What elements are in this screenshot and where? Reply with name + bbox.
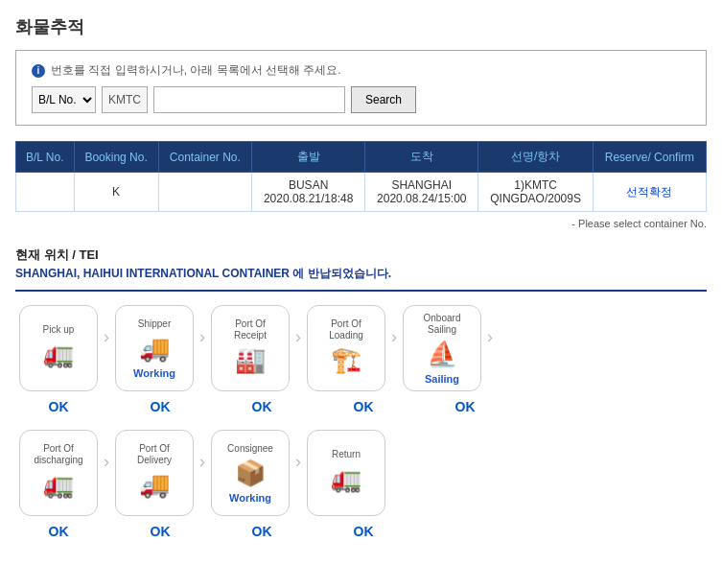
step-delivery: Port OfDelivery 🚚 [111, 430, 198, 516]
arrow-2: › [198, 327, 207, 347]
location-address: SHANGHAI, HAIHUI INTERNATIONAL CONTAINER… [15, 266, 707, 282]
pickup-icon: 🚛 [43, 340, 74, 369]
flow-row-2: Port Ofdischarging 🚛 › Port OfDelivery 🚚… [15, 430, 707, 516]
cell-vessel: 1)KMTC QINGDAO/2009S [478, 173, 594, 212]
ok-onboard: OK [422, 399, 508, 414]
arrow-3: › [293, 327, 303, 347]
step-discharging: Port Ofdischarging 🚛 [15, 430, 102, 516]
table-note: - Please select container No. [15, 216, 707, 231]
step-consignee: Consignee 📦 Working [207, 430, 293, 516]
pickup-label: Pick up [43, 324, 75, 336]
arrow-8: › [293, 452, 303, 472]
cell-booking-no: K [74, 173, 158, 212]
page-title: 화물추적 [15, 15, 707, 38]
ok-port-loading: OK [320, 399, 407, 414]
ok-port-receipt: OK [219, 399, 305, 414]
port-loading-label: Port OfLoading [329, 318, 363, 341]
search-input[interactable] [153, 86, 345, 113]
arrow-1: › [102, 327, 111, 347]
cell-bl-no [16, 173, 75, 212]
shipper-icon: 🚚 [139, 334, 170, 364]
consignee-status: Working [229, 492, 271, 504]
step-shipper: Shipper 🚚 Working [111, 305, 198, 391]
ok-return: OK [320, 524, 407, 539]
return-label: Return [332, 449, 361, 460]
arrow-4: › [389, 327, 399, 347]
location-title: 현재 위치 / TEI [15, 247, 707, 264]
ok-consignee: OK [219, 524, 305, 539]
section-divider [15, 290, 707, 292]
shipper-status: Working [133, 367, 175, 379]
ok-discharging: OK [15, 524, 102, 539]
col-container-no: Container No. [158, 142, 251, 173]
col-booking-no: Booking No. [74, 142, 158, 173]
info-icon: i [32, 64, 45, 78]
search-button[interactable]: Search [351, 86, 416, 113]
search-box: i 번호를 직접 입력하시거나, 아래 목록에서 선택해 주세요. B/L No… [15, 50, 707, 126]
ok-delivery: OK [117, 524, 203, 539]
arrow-6: › [102, 452, 111, 472]
arrow-5: › [485, 327, 495, 347]
ok-row-2: OK OK OK OK [15, 524, 707, 539]
shipper-label: Shipper [138, 318, 171, 330]
ok-row-1: OK OK OK OK OK [15, 399, 707, 414]
table-row: K BUSAN 2020.08.21/18:48 SHANGHAI 2020.0… [16, 173, 707, 212]
search-type-select[interactable]: B/L No. [32, 86, 96, 113]
discharging-icon: 🚛 [43, 470, 74, 500]
cell-departure: BUSAN 2020.08.21/18:48 [252, 173, 365, 212]
ok-shipper: OK [117, 399, 203, 414]
delivery-icon: 🚚 [139, 470, 170, 500]
port-receipt-label: Port OfReceipt [234, 318, 267, 341]
step-return: Return 🚛 [303, 430, 389, 516]
col-vessel: 선명/항차 [478, 142, 594, 173]
port-loading-icon: 🏗️ [331, 345, 361, 375]
discharging-label: Port Ofdischarging [34, 443, 82, 466]
delivery-label: Port OfDelivery [137, 443, 172, 466]
ok-pickup: OK [15, 399, 102, 414]
col-bl-no: B/L No. [16, 142, 75, 173]
step-onboard-sailing: OnboardSailing ⛵ Sailing [399, 305, 485, 391]
port-receipt-icon: 🏭 [235, 345, 266, 375]
step-port-loading: Port OfLoading 🏗️ [303, 305, 389, 391]
search-hint: i 번호를 직접 입력하시거나, 아래 목록에서 선택해 주세요. [32, 62, 690, 79]
cell-confirm[interactable]: 선적확정 [593, 173, 706, 212]
search-prefix: KMTC [102, 86, 148, 113]
arrow-7: › [198, 452, 207, 472]
location-section: 현재 위치 / TEI SHANGHAI, HAIHUI INTERNATION… [15, 247, 707, 292]
onboard-status: Sailing [425, 373, 459, 385]
col-confirm: Reserve/ Confirm [593, 142, 706, 173]
cell-container-no [158, 173, 251, 212]
consignee-label: Consignee [227, 443, 273, 455]
col-arrival: 도착 [365, 142, 478, 173]
step-port-receipt: Port OfReceipt 🏭 [207, 305, 293, 391]
col-departure: 출발 [252, 142, 365, 173]
onboard-icon: ⛵ [427, 340, 457, 369]
cell-arrival: SHANGHAI 2020.08.24/15:00 [365, 173, 478, 212]
step-pickup: Pick up 🚛 [15, 305, 102, 391]
return-icon: 🚛 [331, 464, 361, 494]
cargo-table: B/L No. Booking No. Container No. 출발 도착 … [15, 141, 707, 212]
flow-row-1: Pick up 🚛 › Shipper 🚚 Working › Port OfR… [15, 305, 707, 391]
consignee-icon: 📦 [235, 459, 266, 488]
onboard-label: OnboardSailing [424, 313, 461, 336]
